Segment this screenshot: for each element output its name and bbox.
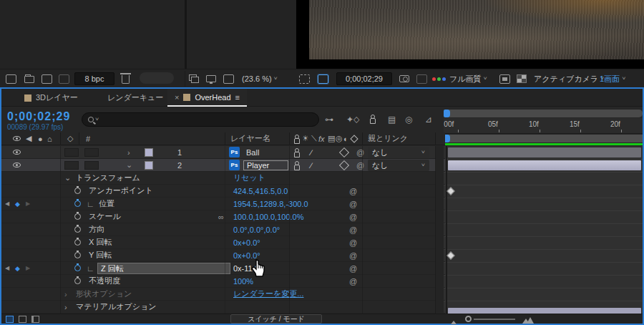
- mask-visibility-icon[interactable]: [318, 72, 328, 85]
- region-of-interest-icon[interactable]: [299, 72, 310, 85]
- next-keyframe-arrow[interactable]: ▶: [26, 262, 30, 274]
- expand-layer-switches-icon[interactable]: [6, 316, 14, 323]
- parent-dropdown[interactable]: なし˅: [368, 147, 429, 158]
- track-area[interactable]: [444, 146, 643, 316]
- work-area-bar[interactable]: [444, 135, 643, 142]
- prop-group-label[interactable]: トランスフォーム: [76, 172, 140, 184]
- prop-label[interactable]: 位置: [99, 198, 114, 210]
- bit-depth-button[interactable]: 8 bpc: [74, 72, 114, 85]
- stopwatch-icon[interactable]: [74, 223, 81, 236]
- tab-3d-layer[interactable]: 3Dレイヤー: [17, 89, 85, 107]
- transparency-grid-icon[interactable]: [517, 72, 527, 85]
- expand-inout-icon[interactable]: [31, 316, 39, 323]
- prop-group-label[interactable]: マテリアルオプション: [76, 301, 157, 313]
- delete-trash-icon[interactable]: [122, 72, 130, 85]
- prop-value[interactable]: 100.0,100.0,100.0%: [233, 210, 303, 223]
- stopwatch-icon-active[interactable]: [74, 262, 81, 274]
- audio-column-icon[interactable]: ◀: [26, 132, 31, 145]
- quality-switch-icon[interactable]: ⟍: [311, 132, 317, 145]
- time-navigator-bar[interactable]: [444, 110, 643, 117]
- panel-menu-icon[interactable]: ≡: [235, 93, 240, 102]
- expand-transfer-controls-icon[interactable]: [19, 316, 26, 323]
- frame-blending-icon[interactable]: ▤: [388, 115, 396, 125]
- pickwhip-icon[interactable]: @: [349, 185, 357, 197]
- prop-row-transform[interactable]: ⌄ トランスフォーム リセット: [1, 172, 445, 185]
- stopwatch-icon[interactable]: [74, 236, 81, 248]
- layer-name[interactable]: Ball: [246, 146, 259, 158]
- frame-blend-switch-icon[interactable]: ▤: [328, 132, 335, 145]
- layer-bar-ball[interactable]: [448, 147, 641, 157]
- expand-chevron-icon[interactable]: ›: [127, 146, 130, 158]
- snapshot-camera-icon[interactable]: [399, 72, 409, 85]
- threed-toggle[interactable]: [341, 159, 348, 171]
- camera-view-dropdown[interactable]: アクティブカメラ˅: [534, 72, 604, 85]
- prop-row-orientation[interactable]: 方向 0.0°,0.0°,0.0° @: [1, 223, 445, 236]
- new-composition-icon[interactable]: [42, 72, 52, 85]
- label-color-swatch[interactable]: [145, 146, 153, 158]
- prop-row-x-rotation[interactable]: X 回転 0x+0.0° @: [1, 236, 445, 249]
- show-channel-icon[interactable]: [432, 72, 445, 85]
- always-preview-icon[interactable]: [189, 72, 199, 85]
- zoom-out-mountain-icon[interactable]: [451, 317, 457, 325]
- timeline-zoom-slider-track[interactable]: [474, 319, 515, 320]
- threed-toggle[interactable]: [341, 146, 348, 158]
- eye-icon[interactable]: [13, 159, 21, 171]
- parent-pickwhip-icon[interactable]: @: [356, 159, 364, 171]
- prop-row-z-rotation[interactable]: ◀ ◆ ▶ ∟ Z 回転 0x-11.0° @: [1, 262, 445, 275]
- motion-blur-switch-icon[interactable]: ◎: [336, 132, 343, 145]
- graph-icon[interactable]: ∟: [87, 198, 94, 210]
- prop-value[interactable]: 1954.5,1289.8,-300.0: [233, 198, 308, 210]
- shy-toggle[interactable]: [293, 159, 299, 171]
- next-keyframe-arrow[interactable]: ▶: [26, 198, 30, 210]
- reset-link[interactable]: リセット: [233, 172, 265, 184]
- tab-overhead[interactable]: × OverHead ≡: [167, 89, 247, 107]
- prop-label[interactable]: X 回転: [89, 236, 112, 248]
- pickwhip-icon[interactable]: @: [349, 223, 357, 236]
- resolution-dropdown[interactable]: フル画質˅: [449, 72, 487, 85]
- prop-row-anchor-point[interactable]: アンカーポイント 424.5,416.5,0.0 @: [1, 185, 445, 198]
- stopwatch-icon[interactable]: [74, 249, 81, 261]
- timeline-zoom-slider-knob[interactable]: [465, 316, 472, 322]
- target-region-icon[interactable]: [499, 72, 510, 85]
- layer-row-ball[interactable]: › 1 Ps Ball ∕ @ なし˅: [1, 146, 445, 159]
- zoom-in-mountain-icon[interactable]: [522, 316, 534, 325]
- keyframe-position[interactable]: [447, 187, 454, 195]
- prop-row-scale[interactable]: スケール ∞ 100.0,100.0,100.0% @: [1, 210, 445, 223]
- quality-toggle[interactable]: ∕: [311, 159, 312, 171]
- composition-flowchart-icon[interactable]: ⊶: [325, 115, 333, 125]
- view-options-icon[interactable]: [223, 72, 234, 85]
- parent-pickwhip-icon[interactable]: @: [356, 146, 364, 158]
- parent-link-column-header[interactable]: 親とリンク: [368, 132, 408, 145]
- constrain-link-icon[interactable]: ∞: [218, 210, 224, 223]
- stopwatch-icon[interactable]: [74, 210, 81, 223]
- prop-label[interactable]: スケール: [89, 210, 121, 223]
- main-monitor-icon[interactable]: [206, 72, 216, 85]
- parent-dropdown[interactable]: なし˅: [368, 160, 429, 171]
- prop-row-position[interactable]: ◀ ◆ ▶ ∟ 位置 1954.5,1289.8,-300.0 @: [1, 198, 445, 210]
- prev-keyframe-arrow[interactable]: ◀: [5, 198, 9, 210]
- prop-label[interactable]: 方向: [89, 223, 104, 236]
- prop-row-y-rotation[interactable]: Y 回転 0x+0.0° @: [1, 249, 445, 262]
- change-renderer-link[interactable]: レンダラーを変更...: [233, 288, 303, 300]
- project-settings-icon[interactable]: [59, 72, 69, 85]
- comp-timecode-field[interactable]: 0;00;02;29: [336, 72, 392, 85]
- index-column-header[interactable]: #: [86, 132, 90, 145]
- pickwhip-icon[interactable]: @: [349, 198, 357, 210]
- layer-name-column-header[interactable]: レイヤー名: [230, 132, 270, 145]
- threed-switch-icon[interactable]: [351, 132, 357, 145]
- prop-label[interactable]: アンカーポイント: [89, 185, 153, 197]
- pickwhip-icon[interactable]: @: [349, 249, 357, 261]
- keyframe-toggle-diamond[interactable]: ◆: [15, 262, 20, 274]
- graph-icon[interactable]: ∟: [87, 262, 94, 274]
- solo-column-icon[interactable]: ●: [38, 132, 43, 145]
- expand-chevron-icon[interactable]: ›: [64, 301, 67, 313]
- stopwatch-icon-active[interactable]: [74, 198, 81, 210]
- time-navigator-start-handle[interactable]: [444, 110, 450, 117]
- pickwhip-icon[interactable]: @: [349, 210, 357, 223]
- layer-row-player[interactable]: ⌄ 2 Ps Player ∕ @ なし˅: [1, 159, 445, 172]
- interpret-footage-icon[interactable]: [6, 72, 16, 85]
- prop-row-material-options[interactable]: › マテリアルオプション: [1, 301, 445, 314]
- adjustment-switch-icon[interactable]: ◐: [343, 132, 348, 145]
- keyframe-z-rotation[interactable]: [447, 251, 454, 259]
- prop-label-selected[interactable]: Z 回転: [97, 263, 230, 274]
